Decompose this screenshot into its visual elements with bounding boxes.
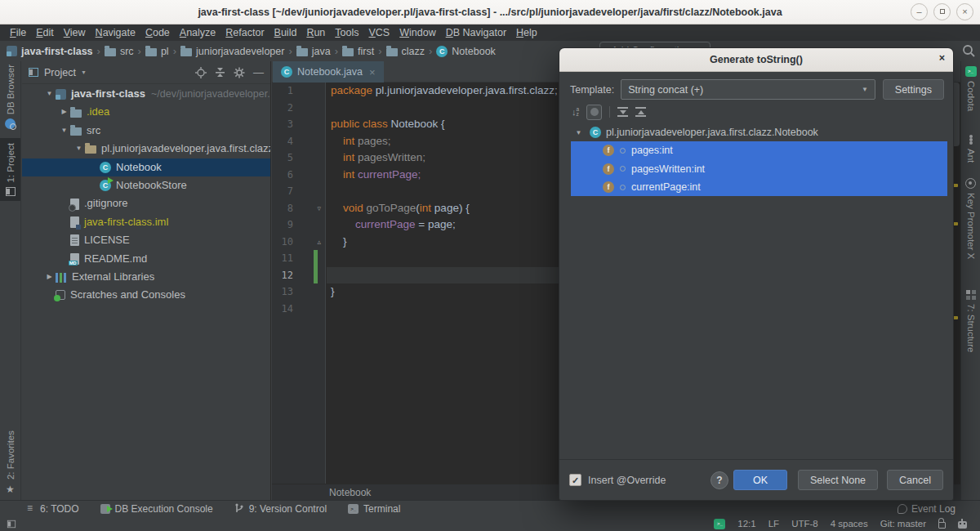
toolwindow-switcher-icon[interactable] — [7, 520, 16, 527]
db-browser-icon — [5, 118, 16, 129]
breadcrumb-item-notebook[interactable]: Notebook — [436, 46, 496, 57]
tree-item-notebook[interactable]: Notebook — [22, 158, 270, 176]
toolwindow-6-todo[interactable]: 6: TODO — [24, 503, 79, 515]
toolwindow-codota[interactable]: Codota — [961, 66, 980, 111]
expand-all-icon[interactable] — [617, 107, 628, 118]
fold-column — [293, 133, 324, 150]
tree-item-scratches-and-consoles[interactable]: Scratches and Consoles — [22, 286, 270, 304]
toolwindow-9-version-control[interactable]: 9: Version Control — [234, 503, 327, 515]
breadcrumb-item-first[interactable]: first — [342, 46, 374, 57]
menu-item-vcs[interactable]: VCS — [364, 25, 395, 41]
tab-close-icon[interactable]: × — [369, 66, 376, 78]
breadcrumb-item-juniorjavadeveloper[interactable]: juniorjavadeveloper — [180, 46, 284, 57]
toolwindow-db-browser[interactable]: DB Browser — [0, 65, 20, 129]
breadcrumb-item-pl[interactable]: pl — [145, 46, 169, 57]
breadcrumb-item-clazz[interactable]: clazz — [386, 46, 425, 57]
tree-arrow[interactable]: ▼ — [73, 140, 85, 158]
hide-panel-icon[interactable]: — — [253, 66, 264, 78]
menu-item-db-navigator[interactable]: DB Navigator — [441, 25, 511, 41]
gutter-line: 5 — [272, 149, 325, 167]
dialog-close-icon[interactable]: × — [939, 52, 945, 64]
toolwindow-db-execution-console[interactable]: DB Execution Console — [100, 503, 213, 515]
menu-item-tools[interactable]: Tools — [330, 25, 363, 41]
toolwindow-project[interactable]: 1: Project — [0, 138, 20, 201]
tree-item-pl-juniorjavadeveloper-java-first-clazz[interactable]: ▼pl.juniorjavadeveloper.java.first.clazz — [22, 140, 270, 158]
toolwindow-ant[interactable]: Ant — [961, 135, 980, 163]
tree-item-src[interactable]: ▼src — [22, 122, 270, 140]
tree-arrow[interactable]: ▶ — [58, 103, 70, 121]
gear-icon[interactable] — [234, 67, 245, 78]
fold-marker-icon[interactable]: ▵ — [293, 234, 324, 251]
maximize-button[interactable] — [933, 3, 951, 20]
statusbar-widgets: 12:1 LF UTF-8 4 spaces Git: master — [714, 519, 967, 529]
close-button[interactable]: × — [956, 3, 973, 20]
field-row-pages-int[interactable]: pages:int — [571, 141, 947, 159]
help-button[interactable]: ? — [710, 471, 728, 489]
breadcrumb-item-java-first-class[interactable]: java-first-class — [7, 46, 93, 57]
minimize-button[interactable]: – — [911, 3, 928, 20]
menu-item-navigate[interactable]: Navigate — [91, 25, 140, 41]
line-separator[interactable]: LF — [768, 519, 779, 529]
tab-notebook-java[interactable]: Notebook.java × — [273, 61, 384, 83]
code-token — [331, 168, 343, 181]
key-promoter-icon — [965, 178, 976, 189]
ok-button[interactable]: OK — [733, 470, 787, 490]
toolwindow-key-promoter[interactable]: Key Promoter X — [961, 178, 980, 259]
file-encoding[interactable]: UTF-8 — [791, 519, 818, 529]
show-toggle-icon[interactable] — [586, 105, 602, 120]
menu-item-run[interactable]: Run — [301, 25, 330, 41]
locate-file-icon[interactable] — [195, 67, 207, 78]
tree-item-java-first-class-iml[interactable]: java-first-class.iml — [22, 213, 270, 231]
menu-item-code[interactable]: Code — [140, 25, 175, 41]
toolwindow-terminal[interactable]: Terminal — [348, 503, 400, 515]
toolwindow-ant-label: Ant — [966, 149, 976, 163]
select-none-button[interactable]: Select None — [798, 470, 878, 490]
codota-status-icon[interactable] — [714, 519, 725, 529]
template-dropdown[interactable]: String concat (+) ▼ — [621, 79, 875, 100]
tree-item-readme-md[interactable]: README.md — [22, 250, 270, 268]
collapse-all-icon[interactable] — [635, 107, 646, 118]
menu-item-help[interactable]: Help — [511, 25, 542, 41]
menu-item-build[interactable]: Build — [270, 25, 302, 41]
project-panel-title[interactable]: Project — [44, 67, 76, 78]
tree-item-idea[interactable]: ▶.idea — [22, 103, 270, 121]
settings-button[interactable]: Settings — [883, 79, 944, 100]
field-row-pageswritten-int[interactable]: pagesWritten:int — [571, 160, 947, 178]
tree-item-external-libraries[interactable]: ▶External Libraries — [22, 268, 270, 286]
caret-position[interactable]: 12:1 — [737, 519, 755, 529]
cancel-button[interactable]: Cancel — [887, 470, 943, 490]
tree-arrow[interactable]: ▼ — [58, 122, 70, 140]
tree-item-notebookstore[interactable]: NotebookStore — [22, 176, 270, 194]
lock-icon[interactable] — [938, 522, 946, 529]
tree-item-java-first-class[interactable]: ▼java-first-class~/dev/juniorjavadevelop… — [22, 85, 270, 103]
search-everywhere-icon[interactable] — [961, 43, 976, 58]
menu-item-edit[interactable]: Edit — [31, 25, 59, 41]
collapse-all-icon[interactable] — [215, 67, 225, 78]
menu-item-analyze[interactable]: Analyze — [175, 25, 220, 41]
tree-arrow[interactable]: ▶ — [43, 268, 56, 286]
indent-setting[interactable]: 4 spaces — [831, 519, 868, 529]
menu-item-view[interactable]: View — [59, 25, 91, 41]
menu-item-window[interactable]: Window — [394, 25, 440, 41]
event-log-button[interactable]: Event Log — [898, 503, 956, 515]
line-number: 3 — [272, 116, 293, 133]
tree-item-gitignore[interactable]: .gitignore — [22, 194, 270, 212]
breadcrumb-item-java[interactable]: java — [296, 46, 331, 57]
tree-root-row[interactable]: ▼ pl.juniorjavadeveloper.java.first.claz… — [559, 123, 953, 141]
field-row-currentpage-int[interactable]: currentPage:int — [571, 178, 947, 196]
breadcrumb-item-src[interactable]: src — [105, 46, 134, 57]
menu-item-refactor[interactable]: Refactor — [220, 25, 269, 41]
tree-arrow[interactable]: ▼ — [43, 85, 56, 103]
inspections-icon[interactable] — [958, 521, 967, 529]
insert-override-checkbox[interactable]: ✓ — [569, 474, 581, 486]
menu-item-file[interactable]: File — [5, 25, 31, 41]
sort-alphabetically-icon[interactable] — [572, 107, 579, 117]
tree-item-license[interactable]: LICENSE — [22, 231, 270, 249]
git-branch[interactable]: Git: master — [880, 519, 926, 529]
toolwindow-structure[interactable]: 7: Structure — [961, 290, 980, 352]
tree-arrow[interactable]: ▼ — [572, 129, 585, 136]
dialog-field-list: pages:intpagesWritten:intcurrentPage:int — [571, 141, 947, 196]
code-token: } — [331, 285, 335, 297]
fold-marker-icon[interactable]: ▿ — [293, 200, 324, 217]
toolwindow-favorites[interactable]: 2: Favorites — [0, 431, 20, 495]
